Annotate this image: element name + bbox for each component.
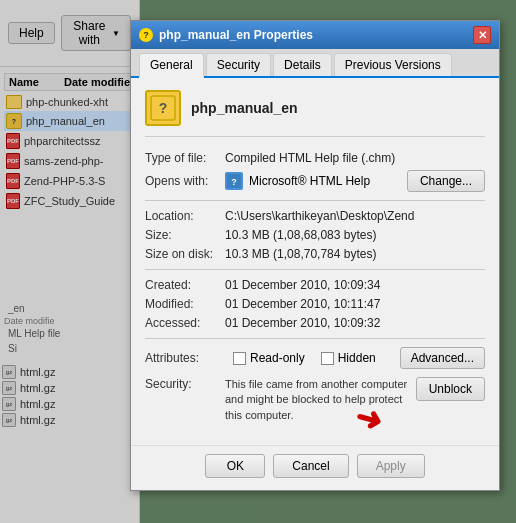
tab-details[interactable]: Details <box>273 53 332 76</box>
opens-app-name: Microsoft® HTML Help <box>249 174 407 188</box>
size-label: Size: <box>145 228 225 242</box>
security-text: This file came from another computer and… <box>225 377 408 423</box>
type-row: Type of file: Compiled HTML Help file (.… <box>145 151 485 165</box>
size-value: 10.3 MB (1,08,68,083 bytes) <box>225 228 485 242</box>
tab-previous-versions[interactable]: Previous Versions <box>334 53 452 76</box>
tab-bar: General Security Details Previous Versio… <box>131 49 499 78</box>
size-disk-row: Size on disk: 10.3 MB (1,08,70,784 bytes… <box>145 247 485 261</box>
ok-button[interactable]: OK <box>205 454 265 478</box>
separator <box>145 269 485 270</box>
hidden-checkbox[interactable] <box>321 352 334 365</box>
security-label: Security: <box>145 377 225 391</box>
file-type-icon: ? <box>145 90 181 126</box>
separator <box>145 200 485 201</box>
type-label: Type of file: <box>145 151 225 165</box>
security-row: Security: This file came from another co… <box>145 377 485 423</box>
location-value: C:\Users\karthikeyan\Desktop\Zend <box>225 209 485 223</box>
readonly-label: Read-only <box>250 351 305 365</box>
attributes-row: Attributes: Read-only Hidden Advanced... <box>145 347 485 369</box>
size-row: Size: 10.3 MB (1,08,68,083 bytes) <box>145 228 485 242</box>
modified-row: Modified: 01 December 2010, 10:11:47 <box>145 297 485 311</box>
modal-titlebar: ? php_manual_en Properties ✕ <box>131 21 499 49</box>
readonly-wrapper: Read-only <box>233 351 305 365</box>
title-left: ? php_manual_en Properties <box>139 28 313 42</box>
created-label: Created: <box>145 278 225 292</box>
readonly-checkbox[interactable] <box>233 352 246 365</box>
separator <box>145 338 485 339</box>
file-display-name: php_manual_en <box>191 100 298 116</box>
location-row: Location: C:\Users\karthikeyan\Desktop\Z… <box>145 209 485 223</box>
modified-value: 01 December 2010, 10:11:47 <box>225 297 485 311</box>
change-button[interactable]: Change... <box>407 170 485 192</box>
accessed-value: 01 December 2010, 10:09:32 <box>225 316 485 330</box>
tab-security[interactable]: Security <box>206 53 271 76</box>
file-header: ? php_manual_en <box>145 90 485 137</box>
cancel-button[interactable]: Cancel <box>273 454 348 478</box>
modal-footer: OK Cancel Apply <box>131 445 499 490</box>
created-value: 01 December 2010, 10:09:34 <box>225 278 485 292</box>
properties-dialog: ? php_manual_en Properties ✕ General Sec… <box>130 20 500 491</box>
location-label: Location: <box>145 209 225 223</box>
dialog-title: php_manual_en Properties <box>159 28 313 42</box>
type-value: Compiled HTML Help file (.chm) <box>225 151 485 165</box>
dates-section: Created: 01 December 2010, 10:09:34 Modi… <box>145 278 485 330</box>
advanced-button[interactable]: Advanced... <box>400 347 485 369</box>
close-button[interactable]: ✕ <box>473 26 491 44</box>
svg-text:?: ? <box>159 100 168 116</box>
hidden-label: Hidden <box>338 351 376 365</box>
size-disk-label: Size on disk: <box>145 247 225 261</box>
unblock-button[interactable]: Unblock <box>416 377 485 401</box>
modified-label: Modified: <box>145 297 225 311</box>
dialog-icon: ? <box>139 28 153 42</box>
attributes-label: Attributes: <box>145 351 225 365</box>
modal-body: ? php_manual_en Type of file: Compiled H… <box>131 78 499 445</box>
opens-label: Opens with: <box>145 174 225 188</box>
apply-button[interactable]: Apply <box>357 454 425 478</box>
accessed-label: Accessed: <box>145 316 225 330</box>
tab-general[interactable]: General <box>139 53 204 78</box>
svg-text:?: ? <box>231 177 237 187</box>
accessed-row: Accessed: 01 December 2010, 10:09:32 <box>145 316 485 330</box>
hidden-wrapper: Hidden <box>321 351 376 365</box>
opens-with-row: Opens with: ? Microsoft® HTML Help Chang… <box>145 170 485 192</box>
created-row: Created: 01 December 2010, 10:09:34 <box>145 278 485 292</box>
app-icon: ? <box>225 172 243 190</box>
size-disk-value: 10.3 MB (1,08,70,784 bytes) <box>225 247 485 261</box>
